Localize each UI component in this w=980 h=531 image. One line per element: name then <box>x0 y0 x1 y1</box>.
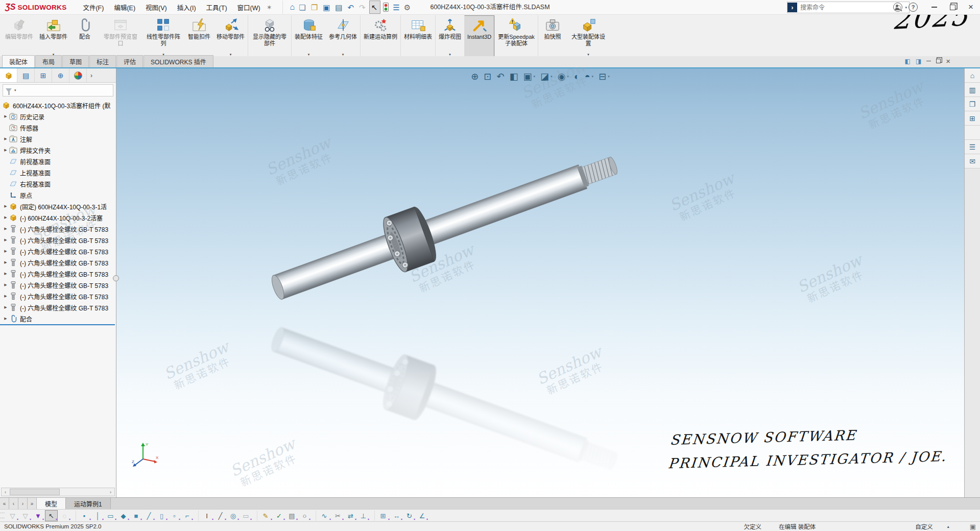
scroll-right-icon[interactable]: › <box>107 488 114 496</box>
tree-item[interactable]: ▶ 右视基准面 <box>0 178 116 189</box>
menu-item[interactable]: 工具(T) <box>201 1 232 14</box>
expand-arrow-icon[interactable]: ▶ <box>2 137 9 141</box>
dropdown-caret-icon[interactable]: ▾ <box>153 517 155 521</box>
move-entities-tool[interactable]: ↔ ▾ <box>391 511 402 521</box>
print-button[interactable]: ▤ <box>333 1 345 13</box>
options-list-button[interactable]: ☰ <box>391 1 401 13</box>
tree-item[interactable]: ▶ 配合 <box>0 313 116 324</box>
sketch-plane-tool[interactable]: ▯ ▾ <box>156 511 168 521</box>
account-icon[interactable] <box>893 3 902 12</box>
custom-properties-icon[interactable]: ☰ <box>965 140 980 154</box>
display-style-icon[interactable]: ◪ ▾ <box>538 71 555 82</box>
quick-tip-icon[interactable]: ▣ <box>970 523 976 530</box>
select-tool[interactable]: ↖ ▾ <box>45 510 58 521</box>
tree-item[interactable]: ▶ (-) 600HZ44X-10Q-00-3-2活塞 <box>0 212 116 223</box>
spline-tool[interactable]: ∿ ▾ <box>316 511 331 521</box>
dropdown-caret-icon[interactable]: ▾ <box>342 517 344 521</box>
selection-filter-toggle[interactable]: ▽ ▾ <box>7 511 18 521</box>
hide-show-items-icon[interactable]: ◉ ▾ <box>555 71 571 82</box>
dropdown-caret-icon[interactable]: ▾ <box>89 517 91 521</box>
ribbon-button[interactable]: 零部件预览窗口 ▾ <box>99 15 142 57</box>
minimize-button[interactable] <box>925 0 943 14</box>
edit-appearance-icon[interactable]: ◐ ▾ <box>571 71 582 82</box>
command-tab[interactable]: 草图 <box>62 55 89 67</box>
dropdown-caret-icon[interactable]: ▾ <box>608 75 610 79</box>
tree-horizontal-scrollbar[interactable]: ‹ › <box>1 488 115 496</box>
ribbon-button[interactable]: 线性零部件阵列 ▾ <box>142 15 185 57</box>
save-button[interactable]: ▣ <box>321 1 332 13</box>
view-orientation-icon[interactable]: ▣ ▾ <box>521 71 538 82</box>
graphics-viewport[interactable]: ⊕ ▾ ⊡ ▾ ↶ ▾ ◧ ▾ <box>116 68 964 498</box>
tree-item[interactable]: ▶ 注解 <box>0 133 116 144</box>
dropdown-caret-icon[interactable]: ▾ <box>355 517 356 521</box>
expand-arrow-icon[interactable]: ▶ <box>2 317 9 321</box>
menu-item[interactable]: 编辑(E) <box>109 1 140 14</box>
home-button[interactable]: ⌂ <box>289 1 297 13</box>
dropdown-caret-icon[interactable]: ▾ <box>426 517 428 521</box>
ribbon-button[interactable]: 爆炸视图 ▾ <box>435 15 464 57</box>
dropdown-caret-icon[interactable]: ▾ <box>69 517 70 521</box>
dropdown-caret-icon[interactable]: ▾ <box>329 517 331 521</box>
dropdown-caret-icon[interactable]: ▾ <box>296 517 298 521</box>
tree-item[interactable]: ▶ (-) 六角头螺栓全螺纹 GB-T 5783 <box>0 302 116 313</box>
expand-arrow-icon[interactable]: ▶ <box>2 148 9 152</box>
sketch-square-tool[interactable]: ▫ ▾ <box>169 511 180 521</box>
expand-arrow-icon[interactable]: ▶ <box>2 260 9 264</box>
view-palette-icon[interactable]: ⊞ <box>965 111 980 126</box>
dropdown-caret-icon[interactable]: ▾ <box>212 517 213 521</box>
command-tab[interactable]: 装配体 <box>2 55 35 67</box>
dropdown-caret-icon[interactable]: ▾ <box>166 517 168 521</box>
previous-view-icon[interactable]: ↶ ▾ <box>494 71 507 82</box>
tree-item[interactable]: ▶ (-) 六角头螺栓全螺纹 GB-T 5783 <box>0 291 116 302</box>
tree-item[interactable]: ▶ (-) 六角头螺栓全螺纹 GB-T 5783 <box>0 268 116 279</box>
appearances-icon[interactable] <box>965 126 980 140</box>
home-pane-icon[interactable]: ⌂ <box>965 68 980 83</box>
close-button[interactable]: × <box>962 0 980 14</box>
tree-item[interactable]: ▶ 上视基准面 <box>0 167 116 178</box>
expand-arrow-icon[interactable]: ▶ <box>2 227 9 231</box>
tab-nav-button[interactable]: › <box>18 498 28 510</box>
tree-item[interactable]: ▶ (-) 六角头螺栓全螺纹 GB-T 5783 <box>0 279 116 291</box>
ribbon-button[interactable]: 移动零部件 ▾ <box>213 15 248 57</box>
dimension-diagonal-tool[interactable]: ╱ ▾ <box>214 511 226 521</box>
ribbon-button[interactable]: 智能扣件 ▾ <box>185 15 213 57</box>
expand-arrow-icon[interactable]: ▶ <box>2 114 9 118</box>
status-custom-button[interactable]: 自定义 <box>915 522 933 530</box>
section-view-icon[interactable]: ◧ ▾ <box>507 71 521 82</box>
command-tab[interactable]: 标注 <box>89 55 116 67</box>
ribbon-button[interactable]: 显示隐藏的零部件 ▾ <box>248 15 291 57</box>
tab-configuration-manager[interactable]: ⊞ <box>35 68 52 82</box>
document-restore-icon[interactable] <box>936 59 941 63</box>
expand-arrow-icon[interactable]: ▶ <box>2 294 9 298</box>
dropdown-caret-icon[interactable]: ▾ <box>250 517 252 521</box>
rotate-entities-tool[interactable]: ↻ ▾ <box>403 511 415 521</box>
model-tab[interactable]: 模型 <box>37 498 66 510</box>
scroll-left-icon[interactable]: ‹ <box>2 488 9 496</box>
sketch-line-tool[interactable]: │ ▾ <box>92 511 104 521</box>
zoom-fit-icon[interactable]: ⊕ ▾ <box>468 71 481 82</box>
expand-arrow-icon[interactable]: ▶ <box>2 305 9 309</box>
ribbon-button[interactable]: 拍快照 ▾ <box>538 15 567 57</box>
lasso-tool[interactable]: ◌ ▾ <box>59 511 70 521</box>
expand-arrow-icon[interactable]: ▶ <box>2 283 9 287</box>
file-explorer-icon[interactable]: ❐ <box>965 97 980 111</box>
menu-item[interactable]: 插入(I) <box>172 1 201 14</box>
search-input[interactable] <box>797 4 896 11</box>
menu-item[interactable]: 文件(F) <box>78 1 109 14</box>
new-document-button[interactable]: ❏ <box>297 1 308 13</box>
tab-property-manager[interactable]: ▤ <box>17 68 35 82</box>
find-tool[interactable]: ○ ▾ <box>299 511 310 521</box>
pin-menu-icon[interactable]: ✶ <box>267 4 272 11</box>
dropdown-caret-icon[interactable]: ▾ <box>56 517 57 521</box>
tab-dimxpert-manager[interactable]: ⊕ <box>52 68 69 82</box>
filter-caret-icon[interactable]: ▾ <box>14 88 16 92</box>
redo-button[interactable]: ↷ <box>357 1 368 13</box>
tree-item[interactable]: ▶ (-) 六角头螺栓全螺纹 GB-T 5783 <box>0 246 116 257</box>
toolbar-grip-icon[interactable]: ⋮⋮ <box>2 511 4 521</box>
dropdown-caret-icon[interactable]: ▾ <box>30 517 31 521</box>
forum-icon[interactable]: ✉ <box>965 154 980 168</box>
dropdown-caret-icon[interactable]: ▾ <box>567 75 569 79</box>
tree-item[interactable]: ▶ 传感器 <box>0 122 116 133</box>
dropdown-caret-icon[interactable]: ▾ <box>237 517 239 521</box>
dropdown-caret-icon[interactable]: ▾ <box>115 517 116 521</box>
